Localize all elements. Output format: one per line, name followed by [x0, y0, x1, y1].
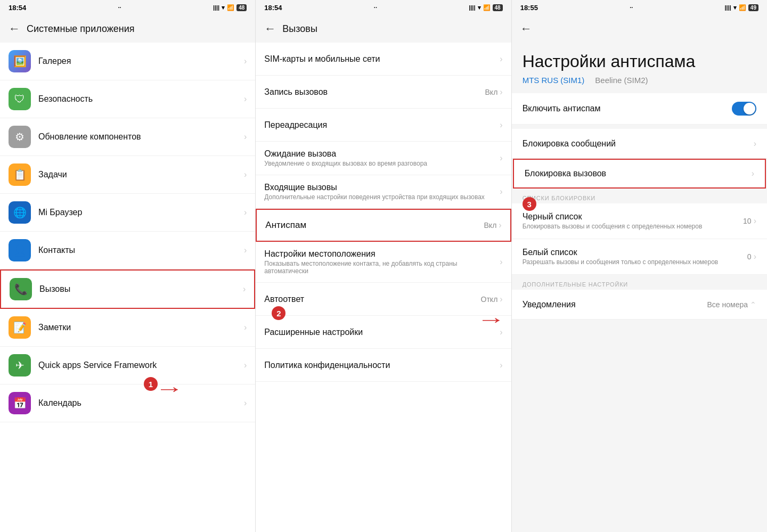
record-chevron: › — [500, 87, 502, 97]
tasks-label: Задачи — [38, 170, 244, 179]
calls-label: Вызовы — [39, 284, 243, 294]
calls-chevron: › — [243, 284, 246, 294]
autoanswer-label: Автоответ — [264, 294, 480, 304]
contacts-chevron: › — [244, 245, 247, 255]
notes-icon: 📝 — [9, 316, 31, 339]
list-item-incoming[interactable]: Входящие вызовы Дополнительные настройки… — [256, 175, 511, 209]
list-item-gallery[interactable]: 🖼️ Галерея › — [0, 43, 255, 80]
waiting-subtitle: Уведомление о входящих вызовах во время … — [264, 160, 500, 167]
update-icon: ⚙ — [9, 126, 31, 148]
status-icons-3: |||| ▾ 📶 49 — [725, 4, 758, 11]
arrow2: → — [477, 308, 505, 331]
waiting-label: Ожидание вызова — [264, 149, 500, 159]
gallery-icon: 🖼️ — [9, 50, 31, 72]
notifications-row[interactable]: Уведомления Все номера ⌃ — [512, 290, 767, 320]
sim-chevron: › — [500, 54, 502, 64]
status-icons-1: |||| ▾ 📶 48 — [213, 4, 247, 11]
privacy-chevron: › — [500, 361, 502, 370]
list-item-browser[interactable]: 🌐 Mi Браузер › — [0, 194, 255, 232]
forward-chevron: › — [500, 120, 502, 130]
gallery-label: Галерея — [38, 56, 244, 66]
status-icons-2: |||| ▾ 📶 48 — [469, 4, 502, 11]
back-button-1[interactable]: ← — [9, 22, 20, 36]
back-button-3[interactable]: ← — [520, 22, 532, 36]
incoming-subtitle: Дополнительные настройки поведения устро… — [264, 193, 500, 201]
list-item-autoanswer[interactable]: Автоответ Откл › — [256, 283, 511, 316]
list-item-sim[interactable]: SIM-карты и мобильные сети › — [256, 43, 511, 76]
list-item-contacts[interactable]: 👤 Контакты › — [0, 232, 255, 269]
location-label: Настройки местоположения — [264, 249, 500, 259]
enable-antispam-row[interactable]: Включить антиспам — [512, 93, 767, 125]
time-2: 18:54 — [264, 4, 282, 12]
sim1-tab[interactable]: MTS RUS (SIM1) — [523, 76, 585, 85]
block-calls-label: Блокировка вызовов — [525, 169, 752, 178]
enable-antispam-label: Включить антиспам — [523, 104, 732, 113]
status-bar-1: 18:54 ·· |||| ▾ 📶 48 — [0, 0, 255, 15]
antispam-label: Антиспам — [265, 220, 484, 231]
notifications-label: Уведомления — [523, 300, 707, 309]
blacklist-chevron: › — [754, 216, 756, 226]
apps-list: 🖼️ Галерея › 🛡 Безопасность › — [0, 43, 255, 532]
whitelist-value: 0 — [747, 252, 752, 261]
list-item-advanced[interactable]: Расширенные настройки › — [256, 316, 511, 349]
sim-tabs: MTS RUS (SIM1) Beeline (SIM2) — [512, 76, 767, 93]
list-item-forward[interactable]: Переадресация › — [256, 109, 511, 142]
privacy-label: Политика конфиденциальности — [264, 361, 500, 370]
time-3: 18:55 — [520, 4, 538, 12]
sim2-tab[interactable]: Beeline (SIM2) — [595, 76, 648, 85]
contacts-icon: 👤 — [9, 239, 31, 261]
calls-settings-list: SIM-карты и мобильные сети › Запись вызо… — [256, 43, 511, 532]
calendar-label: Календарь — [38, 398, 244, 408]
screen2-title: Вызовы — [282, 23, 317, 35]
block-calls-row[interactable]: Блокировка вызовов › — [513, 159, 766, 189]
location-subtitle: Показывать местоположение контакта, не д… — [264, 260, 500, 275]
list-item-notes[interactable]: 📝 Заметки › — [0, 309, 255, 347]
list-item-calls[interactable]: 📞 Вызовы › — [0, 269, 255, 309]
top-bar-2: ← Вызовы — [256, 15, 511, 43]
block-messages-row[interactable]: Блокировка сообщений › — [512, 129, 767, 159]
browser-icon: 🌐 — [9, 201, 31, 224]
antispam-chevron: › — [499, 220, 501, 230]
block-lists-section: СПИСКИ БЛОКИРОВКИ — [512, 189, 767, 203]
list-item-waiting[interactable]: Ожидание вызова Уведомление о входящих в… — [256, 142, 511, 175]
notifications-value: Все номера — [707, 300, 748, 309]
list-item-calendar[interactable]: 📅 Календарь › — [0, 384, 255, 422]
list-item-record[interactable]: Запись вызовов Вкл › — [256, 76, 511, 109]
antispam-value: Вкл — [484, 221, 497, 230]
dots-1: ·· — [118, 4, 121, 11]
list-item-location[interactable]: Настройки местоположения Показывать мест… — [256, 242, 511, 283]
list-item-security[interactable]: 🛡 Безопасность › — [0, 80, 255, 118]
whitelist-row[interactable]: Белый список Разрешать вызовы и сообщени… — [512, 239, 767, 275]
advanced-label: Расширенные настройки — [264, 328, 500, 337]
contacts-label: Контакты — [38, 245, 244, 255]
back-button-2[interactable]: ← — [264, 22, 276, 36]
update-label: Обновление компонентов — [38, 132, 244, 142]
arrow1: → — [155, 378, 184, 400]
notes-chevron: › — [244, 323, 247, 332]
blacklist-row[interactable]: Черный список Блокировать вызовы и сообщ… — [512, 203, 767, 239]
security-label: Безопасность — [38, 94, 244, 104]
top-bar-3: ← — [512, 15, 767, 43]
list-item-quickapps[interactable]: ✈ Quick apps Service Framework › — [0, 347, 255, 384]
calls-icon: 📞 — [10, 278, 32, 300]
whitelist-chevron: › — [754, 252, 756, 261]
tasks-icon: 📋 — [9, 163, 31, 186]
update-chevron: › — [244, 132, 247, 142]
whitelist-label: Белый список — [523, 248, 747, 257]
top-bar-1: ← Системные приложения — [0, 15, 255, 43]
whitelist-subtitle: Разрешать вызовы и сообщения только с оп… — [523, 258, 747, 266]
list-item-privacy[interactable]: Политика конфиденциальности › — [256, 349, 511, 382]
antispam-settings-title: Настройки антиспама — [512, 43, 767, 76]
list-item-antispam[interactable]: Антиспам Вкл › — [256, 209, 511, 242]
security-chevron: › — [244, 94, 247, 104]
list-item-tasks[interactable]: 📋 Задачи › — [0, 156, 255, 194]
antispam-toggle[interactable] — [732, 102, 756, 116]
dots-3: ·· — [630, 4, 633, 11]
list-item-update[interactable]: ⚙ Обновление компонентов › — [0, 118, 255, 156]
security-icon: 🛡 — [9, 88, 31, 110]
quickapps-chevron: › — [244, 361, 247, 370]
additional-section: ДОПОЛНИТЕЛЬНЫЕ НАСТРОЙКИ — [512, 275, 767, 290]
gallery-chevron: › — [244, 56, 247, 66]
block-messages-label: Блокировка сообщений — [523, 139, 754, 149]
incoming-chevron: › — [500, 187, 502, 197]
